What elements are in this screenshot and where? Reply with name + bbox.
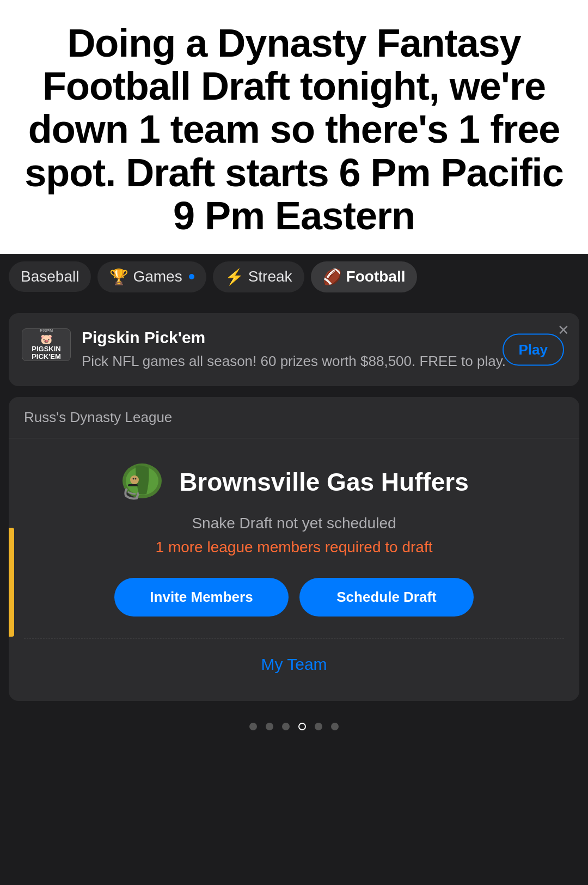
pigskin-logo-top: ESPN [40,328,53,333]
invite-members-button[interactable]: Invite Members [114,578,289,617]
svg-point-4 [133,478,134,480]
pagination-dot-5[interactable] [331,723,339,730]
svg-rect-2 [128,484,138,486]
tab-games[interactable]: 🏆 Games [97,261,206,292]
action-buttons: Invite Members Schedule Draft [24,578,564,617]
pigskin-title: Pigskin Pick'em [82,328,564,347]
svg-point-5 [135,478,137,480]
team-name: Brownsville Gas Huffers [179,467,469,497]
dynasty-card: Russ's Dynasty League [9,397,579,701]
pigskin-logo-main: PIGSKINPICK'EM [32,345,61,361]
streak-icon: ⚡ [225,268,244,286]
pagination-dot-1[interactable] [266,723,273,730]
dynasty-card-body: Brownsville Gas Huffers Snake Draft not … [9,438,579,701]
pagination-dot-3[interactable] [298,723,306,730]
football-icon: 🏈 [323,268,342,286]
pigskin-card: ESPN 🐷 PIGSKINPICK'EM Pigskin Pick'em Pi… [9,313,579,386]
tab-streak-label: Streak [248,268,292,285]
my-team-link[interactable]: My Team [261,655,327,685]
pigskin-description: Pick NFL games all season! 60 prizes wor… [82,351,564,371]
schedule-draft-button[interactable]: Schedule Draft [299,578,474,617]
games-icon: 🏆 [109,268,128,286]
svg-point-3 [130,475,139,484]
tab-streak[interactable]: ⚡ Streak [213,261,304,292]
members-required: 1 more league members required to draft [156,539,433,556]
draft-status: Snake Draft not yet scheduled [192,515,396,532]
dynasty-card-header: Russ's Dynasty League [9,397,579,438]
tab-baseball-label: Baseball [21,268,79,285]
tab-baseball[interactable]: Baseball [9,261,91,292]
pigskin-play-button[interactable]: Play [503,334,565,366]
pigskin-close-button[interactable]: ✕ [558,322,569,339]
pigskin-pig-icon: 🐷 [40,333,52,345]
tab-bar: Baseball 🏆 Games ⚡ Streak 🏈 Football [0,254,588,300]
tab-football[interactable]: 🏈 Football [311,261,418,292]
pigskin-logo: ESPN 🐷 PIGSKINPICK'EM [22,328,71,361]
main-content: ESPN 🐷 PIGSKINPICK'EM Pigskin Pick'em Pi… [0,300,588,885]
header-section: Doing a Dynasty Fantasy Football Draft t… [0,0,588,254]
team-header: Brownsville Gas Huffers [119,460,469,504]
tab-football-label: Football [346,268,406,285]
page-title: Doing a Dynasty Fantasy Football Draft t… [16,22,572,237]
pagination-dot-4[interactable] [315,723,322,730]
football-helmet-icon [119,460,168,504]
pigskin-info: Pigskin Pick'em Pick NFL games all seaso… [82,328,564,371]
dynasty-league-name: Russ's Dynasty League [24,409,172,425]
games-notification-dot [189,274,194,279]
card-divider [24,638,564,639]
pagination-dot-2[interactable] [282,723,290,730]
tab-games-label: Games [133,268,182,285]
yellow-accent-bar [9,528,14,637]
pagination-dots [9,712,579,747]
pagination-dot-0[interactable] [249,723,257,730]
